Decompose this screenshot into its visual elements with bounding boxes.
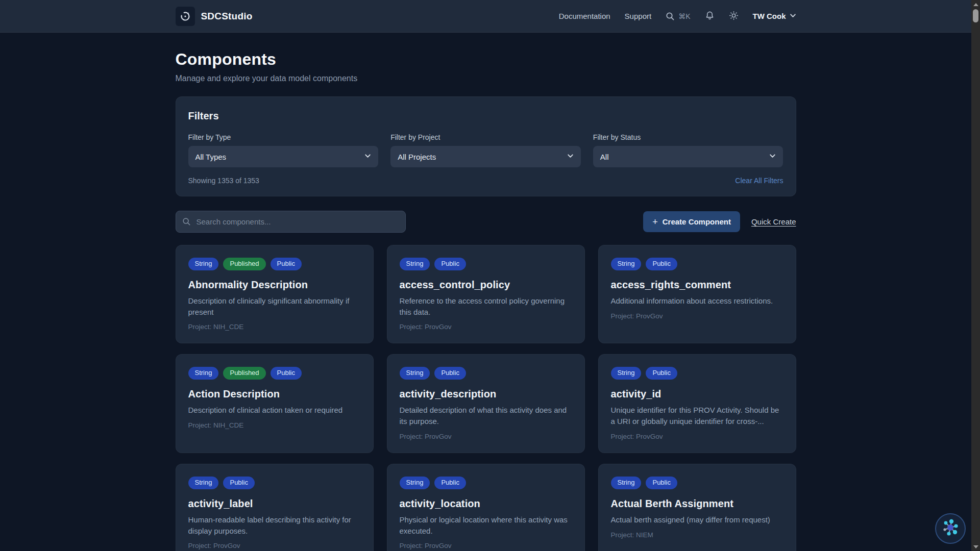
filters-panel: Filters Filter by Type All Types Filter …	[176, 96, 796, 196]
search-wrap	[176, 211, 406, 233]
user-name: TW Cook	[753, 12, 786, 20]
filter-type-select[interactable]: All Types	[188, 146, 379, 167]
filter-field-project: Filter by Project All Projects	[390, 133, 581, 167]
page-subtitle: Manage and explore your data model compo…	[176, 74, 796, 83]
brand-name: SDCStudio	[201, 11, 253, 22]
search-icon	[666, 12, 675, 21]
component-card[interactable]: StringPublic access_control_policy Refer…	[387, 245, 585, 343]
component-card[interactable]: StringPublic activity_label Human-readab…	[176, 464, 374, 551]
chevron-down-icon	[567, 152, 574, 161]
card-title: Actual Berth Assignment	[611, 498, 783, 510]
card-badges: StringPublic	[611, 477, 783, 489]
global-search-trigger[interactable]: ⌘K	[666, 12, 690, 21]
card-badges: StringPublic	[611, 367, 783, 380]
app-logo-icon	[176, 7, 195, 26]
notifications-button[interactable]	[705, 11, 715, 22]
clear-filters-link[interactable]: Clear All Filters	[735, 177, 783, 185]
filters-title: Filters	[188, 110, 783, 122]
card-badges: StringPublic	[400, 367, 572, 380]
molecule-icon	[940, 517, 961, 540]
card-badges: StringPublic	[400, 477, 572, 489]
plus-icon: +	[652, 217, 658, 227]
badge-string: String	[400, 477, 430, 489]
badge-published: Published	[223, 258, 265, 270]
component-card[interactable]: StringPublic activity_id Unique identifi…	[598, 354, 796, 453]
toolbar: + Create Component Quick Create	[176, 211, 796, 233]
card-project: Project: ProvGov	[400, 433, 572, 440]
card-title: Action Description	[188, 388, 361, 400]
theme-toggle-button[interactable]	[729, 11, 739, 22]
header-nav: Documentation Support ⌘K	[559, 11, 796, 22]
brand[interactable]: SDCStudio	[176, 7, 253, 26]
badge-public: Public	[646, 367, 677, 380]
scrollbar-down-arrow[interactable]	[971, 543, 980, 550]
card-project: Project: ProvGov	[400, 542, 572, 549]
filter-status-label: Filter by Status	[593, 133, 783, 141]
card-title: access_rights_comment	[611, 279, 783, 291]
filter-field-type: Filter by Type All Types	[188, 133, 379, 167]
search-input[interactable]	[176, 211, 406, 233]
components-grid: StringPublishedPublic Abnormality Descri…	[176, 245, 796, 551]
badge-string: String	[400, 367, 430, 380]
card-badges: StringPublic	[188, 477, 361, 489]
badge-string: String	[188, 477, 219, 489]
badge-public: Public	[271, 367, 302, 380]
component-card[interactable]: StringPublishedPublic Action Description…	[176, 354, 374, 453]
card-title: activity_label	[188, 498, 361, 510]
browser-scrollbar[interactable]	[971, 0, 980, 551]
badge-string: String	[611, 258, 642, 270]
card-description: Actual berth assigned (may differ from r…	[611, 514, 783, 525]
sun-icon	[729, 11, 739, 22]
card-project: Project: ProvGov	[611, 433, 783, 440]
badge-string: String	[611, 477, 642, 489]
filters-grid: Filter by Type All Types Filter by Proje…	[188, 133, 783, 167]
scrollbar-up-arrow[interactable]	[971, 1, 980, 8]
badge-public: Public	[223, 477, 254, 489]
card-description: Physical or logical location where this …	[400, 514, 572, 537]
bell-icon	[705, 11, 715, 22]
filter-project-select[interactable]: All Projects	[390, 146, 581, 167]
content-area: SDCStudio Documentation Support ⌘K	[0, 0, 971, 551]
card-description: Description of clinically significant ab…	[188, 295, 361, 318]
component-card[interactable]: StringPublic activity_description Detail…	[387, 354, 585, 453]
card-project: Project: ProvGov	[611, 312, 783, 320]
component-card[interactable]: StringPublishedPublic Abnormality Descri…	[176, 245, 374, 343]
card-badges: StringPublic	[400, 258, 572, 270]
card-project: Project: NIH_CDE	[188, 323, 361, 331]
nav-documentation[interactable]: Documentation	[559, 12, 610, 20]
card-description: Additional information about access rest…	[611, 295, 783, 307]
filter-status-select[interactable]: All	[593, 146, 783, 167]
card-title: activity_description	[400, 388, 572, 400]
component-card[interactable]: StringPublic activity_location Physical …	[387, 464, 585, 551]
filters-footer: Showing 1353 of 1353 Clear All Filters	[188, 177, 783, 185]
chevron-down-icon	[364, 152, 371, 161]
component-card[interactable]: StringPublic access_rights_comment Addit…	[598, 245, 796, 343]
assistant-fab-button[interactable]	[935, 513, 966, 544]
badge-string: String	[611, 367, 642, 380]
badge-string: String	[188, 258, 219, 270]
badge-public: Public	[434, 258, 465, 270]
card-badges: StringPublishedPublic	[188, 367, 361, 380]
results-count: Showing 1353 of 1353	[188, 177, 259, 185]
badge-string: String	[188, 367, 219, 380]
card-project: Project: NIH_CDE	[188, 421, 361, 429]
card-title: Abnormality Description	[188, 279, 361, 291]
page-main: Components Manage and explore your data …	[0, 33, 971, 551]
app-header: SDCStudio Documentation Support ⌘K	[0, 0, 971, 33]
create-component-button[interactable]: + Create Component	[643, 211, 740, 232]
nav-support[interactable]: Support	[625, 12, 652, 20]
component-card[interactable]: StringPublic Actual Berth Assignment Act…	[598, 464, 796, 551]
filter-type-label: Filter by Type	[188, 133, 379, 141]
card-project: Project: ProvGov	[188, 542, 361, 549]
badge-public: Public	[434, 477, 465, 489]
card-description: Detailed description of what this activi…	[400, 405, 572, 427]
user-menu[interactable]: TW Cook	[753, 12, 796, 21]
search-icon	[182, 217, 191, 228]
scrollbar-thumb[interactable]	[973, 9, 978, 22]
card-badges: StringPublishedPublic	[188, 258, 361, 270]
badge-public: Public	[271, 258, 302, 270]
quick-create-link[interactable]: Quick Create	[751, 217, 796, 226]
filter-status-value: All	[600, 153, 609, 161]
card-description: Human-readable label describing this act…	[188, 514, 361, 537]
filter-type-value: All Types	[195, 153, 227, 161]
